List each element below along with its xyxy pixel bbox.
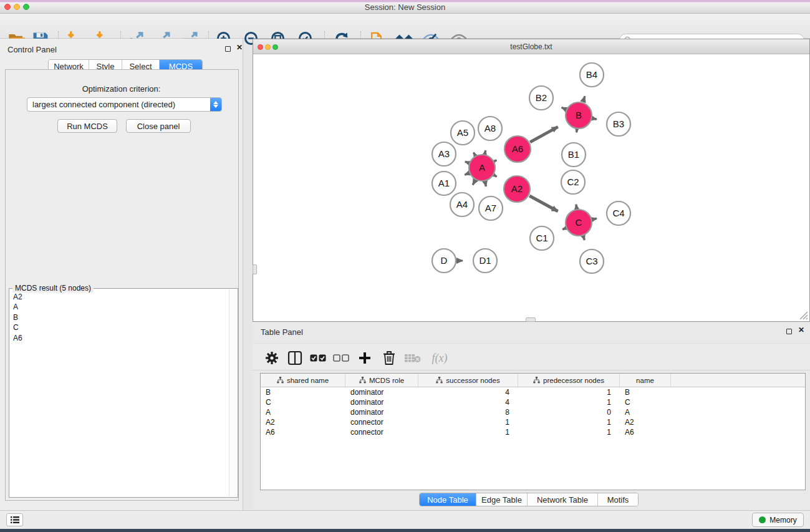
edge-C-C4[interactable] (592, 218, 597, 220)
tab-network-table[interactable]: Network Table (528, 493, 598, 506)
select-all-columns-button[interactable] (308, 349, 328, 367)
column-header-name[interactable]: name (620, 374, 671, 387)
task-history-button[interactable] (6, 513, 23, 526)
edge-C-C3[interactable] (583, 236, 584, 240)
column-header-label: successor nodes (446, 377, 499, 384)
close-panel-button[interactable]: Close panel (126, 119, 191, 133)
criterion-dropdown[interactable]: largest connected component (directed) (27, 97, 222, 112)
result-list-scrollbar[interactable] (229, 289, 237, 496)
fx-icon: f(x) (432, 352, 448, 365)
network-canvas[interactable]: AA1A2A3A4A5A6A7A8BB1B2B3B4CC1C2C3C4DD1 (254, 55, 809, 321)
column-header-MCDS-role[interactable]: MCDS role (345, 374, 418, 387)
table-close-icon[interactable]: ✕ (798, 327, 804, 333)
edge-A-A1[interactable] (465, 173, 468, 175)
bottom-splitter-gripper[interactable] (526, 317, 536, 322)
left-splitter-gripper[interactable] (253, 264, 257, 274)
tab-node-table[interactable]: Node Table (420, 493, 476, 506)
shared-column-icon (277, 377, 284, 384)
close-panel-icon[interactable]: ✕ (236, 45, 243, 51)
memory-button[interactable]: Memory (752, 513, 804, 527)
column-header-label: MCDS role (369, 377, 404, 384)
trash-icon (383, 351, 395, 365)
edge-A-A5[interactable] (473, 152, 475, 155)
column-header-predecessor-nodes[interactable]: predecessor nodes (518, 374, 620, 387)
table-cell: dominator (345, 398, 418, 407)
status-bar: Memory (0, 510, 810, 529)
table-toolbar: f(x) (253, 343, 810, 370)
node-table[interactable]: shared nameMCDS rolesuccessor nodesprede… (260, 373, 806, 490)
table-row[interactable]: A2connector11A2 (261, 417, 805, 427)
edge-A6-B[interactable] (530, 127, 558, 142)
add-column-button[interactable] (355, 349, 375, 367)
table-panel-tabs: Node TableEdge TableNetwork TableMotifs (419, 493, 639, 506)
edge-C-C1[interactable] (562, 228, 566, 230)
run-mcds-button[interactable]: Run MCDS (57, 119, 117, 133)
table-cell: 8 (418, 408, 518, 417)
dropdown-stepper-icon (210, 98, 221, 111)
result-list-item[interactable]: C (13, 322, 229, 332)
edge-A2-C[interactable] (529, 196, 557, 211)
node-label-A7: A7 (485, 203, 496, 213)
unchecked-boxes-icon (333, 354, 349, 362)
table-cell: B (620, 388, 671, 397)
delete-column-button[interactable] (379, 349, 399, 367)
column-header-shared-name[interactable]: shared name (261, 374, 345, 387)
table-row[interactable]: A6connector11A6 (261, 427, 805, 437)
table-float-icon[interactable] (786, 329, 792, 334)
shared-column-icon (533, 377, 540, 384)
result-list-item[interactable]: A2 (13, 292, 229, 302)
table-cell: 1 (518, 388, 620, 397)
edge-A-A8[interactable] (485, 150, 486, 153)
column-header-label: name (636, 377, 654, 384)
function-builder-button[interactable]: f(x) (427, 349, 452, 367)
resize-grip-icon[interactable] (796, 308, 809, 321)
show-column-button[interactable] (285, 349, 305, 367)
network-graph[interactable]: AA1A2A3A4A5A6A7A8BB1B2B3B4CC1C2C3C4DD1 (254, 55, 810, 322)
edge-A-A2[interactable] (494, 175, 497, 177)
table-row[interactable]: Cdominator41C (261, 397, 805, 407)
split-table-icon (287, 351, 302, 365)
result-list-item[interactable]: A6 (13, 333, 229, 343)
float-panel-icon[interactable] (225, 46, 231, 52)
edge-A-A7[interactable] (485, 181, 486, 186)
tab-motifs[interactable]: Motifs (598, 493, 638, 506)
checked-boxes-icon (310, 354, 326, 362)
edge-A-A6[interactable] (494, 160, 496, 162)
node-label-A5: A5 (457, 127, 468, 138)
node-label-C4: C4 (612, 208, 624, 218)
mcds-result-groupbox: A2ABCA6 (9, 288, 238, 498)
edge-A-A3[interactable] (465, 162, 468, 163)
unselect-all-columns-button[interactable] (331, 349, 351, 367)
edge-B-B4[interactable] (583, 96, 585, 102)
delete-table-icon (405, 353, 421, 363)
node-label-A4: A4 (456, 199, 468, 210)
table-row[interactable]: Adominator80A (261, 407, 805, 417)
table-cell: A2 (620, 418, 671, 427)
table-cell: dominator (345, 408, 418, 417)
tab-edge-table[interactable]: Edge Table (476, 493, 528, 506)
node-label-C: C (576, 217, 582, 228)
node-label-A3: A3 (438, 148, 450, 159)
table-cell: 1 (518, 428, 620, 437)
node-label-D: D (441, 255, 448, 266)
list-icon (11, 516, 19, 524)
node-label-B2: B2 (536, 92, 547, 103)
table-cell: 1 (518, 398, 620, 407)
table-settings-button[interactable] (262, 349, 282, 367)
table-cell: dominator (345, 388, 418, 397)
table-cell: B (261, 388, 345, 397)
network-window-titlebar[interactable]: testGlobe.txt (253, 39, 809, 54)
edge-B-B1[interactable] (577, 130, 577, 132)
edge-A-A4[interactable] (473, 180, 475, 185)
table-body: Bdominator41BCdominator41CAdominator80AA… (261, 387, 805, 437)
edge-B-B3[interactable] (592, 118, 596, 119)
mcds-result-list[interactable]: A2ABCA6 (10, 289, 229, 496)
column-header-successor-nodes[interactable]: successor nodes (418, 374, 518, 387)
edge-B-B2[interactable] (562, 107, 566, 109)
result-list-item[interactable]: A (13, 302, 229, 312)
result-list-item[interactable]: B (13, 312, 229, 322)
table-row[interactable]: Bdominator41B (261, 387, 805, 397)
table-cell: connector (345, 428, 418, 437)
delete-table-button[interactable] (403, 349, 423, 367)
edge-C-C2[interactable] (576, 205, 577, 209)
